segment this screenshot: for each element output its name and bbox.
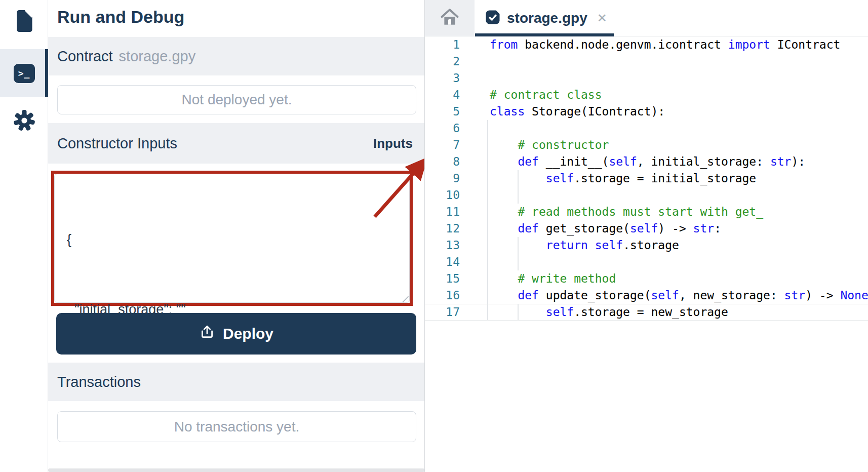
- code-line: def update_storage(self, new_storage: st…: [490, 287, 868, 304]
- deploy-button-label: Deploy: [223, 325, 273, 342]
- line-number: 16: [425, 287, 474, 304]
- code-line: [490, 187, 868, 204]
- tab-title: storage.gpy: [507, 10, 587, 26]
- code-line: [490, 120, 868, 137]
- line-number: 15: [425, 270, 474, 287]
- terminal-icon: >_: [14, 64, 35, 83]
- line-number: 13: [425, 237, 474, 254]
- code-line: from backend.node.genvm.icontract import…: [490, 36, 868, 53]
- check-icon: [485, 10, 500, 27]
- line-number: 14: [425, 254, 474, 270]
- constructor-section-header: Constructor Inputs Inputs: [48, 123, 424, 164]
- annotation-rectangle: { "initial_storage": "" }: [51, 171, 413, 306]
- editor-tab-bar: storage.gpy ✕: [425, 0, 868, 36]
- line-number: 5: [425, 103, 474, 120]
- code-lines: from backend.node.genvm.icontract import…: [490, 36, 868, 321]
- line-number: 12: [425, 220, 474, 237]
- code-line: # write method: [490, 270, 868, 287]
- code-line: # read methods must start with get_: [490, 204, 868, 220]
- sidebar-item-run-debug[interactable]: >_: [0, 49, 48, 97]
- code-editor: storage.gpy ✕ 1234567891011121314151617 …: [424, 0, 868, 472]
- code-line: [490, 70, 868, 87]
- deploy-status-text: Not deployed yet.: [182, 92, 292, 108]
- code-line: def get_storage(self) -> str:: [490, 220, 868, 237]
- transactions-empty-text: No transactions yet.: [174, 419, 299, 435]
- line-number: 7: [425, 137, 474, 153]
- contract-filename: storage.gpy: [119, 48, 196, 65]
- transactions-label: Transactions: [57, 374, 141, 390]
- gear-icon: [13, 109, 36, 134]
- upload-icon: [199, 324, 215, 344]
- file-icon: [13, 8, 35, 35]
- contract-label: Contract: [57, 48, 113, 65]
- line-number: 8: [425, 153, 474, 170]
- line-number: 11: [425, 204, 474, 220]
- code-line: # constructor: [490, 137, 868, 153]
- home-tab[interactable]: [425, 0, 475, 36]
- constructor-label: Constructor Inputs: [57, 135, 177, 152]
- code-area[interactable]: 1234567891011121314151617 from backend.n…: [425, 36, 868, 472]
- line-number: 6: [425, 120, 474, 137]
- code-line: self.storage = new_storage: [490, 304, 868, 321]
- run-debug-panel: Run and Debug Contract storage.gpy Not d…: [48, 0, 424, 472]
- app-window: >_: [0, 0, 868, 472]
- indent-guide: [487, 120, 488, 321]
- code-line: [490, 53, 868, 70]
- inputs-json-line: {: [67, 228, 409, 251]
- panel-horizontal-scrollbar[interactable]: [48, 468, 424, 472]
- deploy-status-box: Not deployed yet.: [57, 85, 416, 114]
- sidebar-item-settings[interactable]: [0, 101, 48, 142]
- inputs-badge: Inputs: [373, 136, 413, 151]
- tab-storage-gpy[interactable]: storage.gpy ✕: [475, 0, 614, 36]
- line-number: 9: [425, 170, 474, 187]
- line-number: 2: [425, 53, 474, 70]
- page-title: Run and Debug: [57, 7, 184, 27]
- deploy-button[interactable]: Deploy: [56, 313, 416, 355]
- code-line: [490, 254, 868, 270]
- code-line: return self.storage: [490, 237, 868, 254]
- transactions-empty-box: No transactions yet.: [57, 411, 416, 442]
- code-line: self.storage = initial_storage: [490, 170, 868, 187]
- line-number: 1: [425, 36, 474, 53]
- contract-section-header: Contract storage.gpy: [48, 37, 424, 75]
- close-icon[interactable]: ✕: [597, 12, 607, 24]
- activity-bar: >_: [0, 0, 48, 472]
- sidebar-item-files[interactable]: [0, 4, 48, 40]
- line-number: 17: [425, 304, 474, 321]
- line-number: 4: [425, 87, 474, 103]
- line-number: 3: [425, 70, 474, 87]
- home-icon: [440, 8, 460, 28]
- code-line: class Storage(IContract):: [490, 103, 868, 120]
- line-number: 10: [425, 187, 474, 204]
- transactions-section-header: Transactions: [48, 363, 424, 401]
- constructor-inputs-editor[interactable]: { "initial_storage": "" }: [54, 174, 410, 303]
- code-line: def __init__(self, initial_storage: str)…: [490, 153, 868, 170]
- code-line: # contract class: [490, 87, 868, 103]
- line-number-gutter: 1234567891011121314151617: [425, 36, 474, 321]
